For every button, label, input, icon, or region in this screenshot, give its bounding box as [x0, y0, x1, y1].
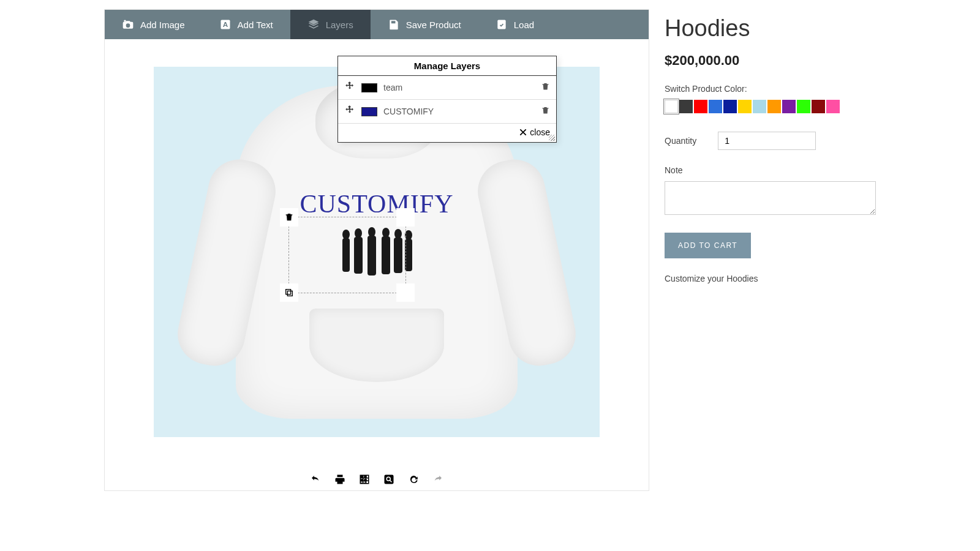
layer-name: CUSTOMIFY: [383, 107, 434, 116]
undo-icon: [310, 474, 321, 485]
color-swatch[interactable]: [723, 100, 737, 113]
camera-icon: [122, 18, 134, 31]
quantity-input[interactable]: [718, 132, 816, 150]
duplicate-icon: [284, 288, 294, 298]
color-swatch[interactable]: [753, 100, 766, 113]
layers-panel[interactable]: Manage Layers team CUSTOMIFY close: [337, 56, 557, 143]
bottom-toolbar: [105, 465, 649, 490]
load-button[interactable]: Load: [478, 10, 551, 39]
color-swatch[interactable]: [738, 100, 752, 113]
grid-button[interactable]: [359, 474, 370, 487]
selection-box[interactable]: [288, 217, 406, 293]
refresh-icon: [408, 474, 419, 485]
color-swatch[interactable]: [797, 100, 810, 113]
note-textarea[interactable]: [665, 181, 876, 215]
text-icon: A: [219, 18, 232, 31]
move-icon[interactable]: [344, 105, 355, 118]
color-swatch[interactable]: [665, 100, 678, 113]
layer-color-swatch: [361, 83, 377, 92]
redo-icon: [432, 474, 443, 485]
product-price: $200,000.00: [665, 53, 876, 69]
color-swatch[interactable]: [812, 100, 825, 113]
color-swatch[interactable]: [782, 100, 796, 113]
delete-layer-button[interactable]: [541, 81, 550, 94]
layer-name: team: [383, 83, 402, 92]
zoom-button[interactable]: [383, 474, 394, 487]
redo-button[interactable]: [432, 474, 443, 487]
layers-panel-title: Manage Layers: [338, 56, 556, 76]
move-icon[interactable]: [344, 81, 355, 94]
resize-grip[interactable]: [549, 135, 555, 141]
zoom-icon: [383, 474, 394, 485]
delete-layer-button[interactable]: [541, 105, 550, 118]
color-swatches: [665, 100, 876, 113]
layers-label: Layers: [326, 20, 353, 30]
print-button[interactable]: [334, 474, 345, 487]
print-icon: [334, 474, 345, 485]
save-icon: [388, 18, 400, 31]
close-icon: [519, 128, 527, 137]
duplicate-handle[interactable]: [280, 283, 298, 302]
switch-color-label: Switch Product Color:: [665, 84, 876, 94]
color-swatch[interactable]: [679, 100, 693, 113]
add-text-label: Add Text: [238, 20, 273, 30]
add-image-label: Add Image: [140, 20, 185, 30]
svg-rect-23: [385, 475, 394, 484]
save-product-label: Save Product: [406, 20, 461, 30]
designer-panel: Add Image A Add Text Layers Save Product…: [104, 9, 649, 491]
close-layers-button[interactable]: close: [338, 124, 556, 142]
load-label: Load: [514, 20, 534, 30]
layer-color-swatch: [361, 107, 377, 116]
resize-handle[interactable]: [396, 283, 415, 302]
add-to-cart-button[interactable]: ADD TO CART: [665, 233, 751, 258]
svg-point-0: [124, 20, 126, 22]
undo-button[interactable]: [310, 474, 321, 487]
text-layer-customify[interactable]: CUSTOMIFY: [300, 189, 454, 219]
note-label: Note: [665, 165, 876, 175]
product-description: Customize your Hoodies: [665, 274, 876, 283]
color-swatch[interactable]: [694, 100, 707, 113]
trash-icon: [284, 212, 294, 222]
product-title: Hoodies: [665, 15, 876, 42]
grid-icon: [359, 474, 370, 485]
layer-row[interactable]: CUSTOMIFY: [338, 100, 556, 124]
close-label: close: [530, 127, 550, 137]
svg-rect-17: [287, 291, 292, 296]
svg-rect-16: [286, 290, 291, 294]
add-image-button[interactable]: Add Image: [105, 10, 202, 39]
handle-tr[interactable]: [396, 208, 415, 227]
main-toolbar: Add Image A Add Text Layers Save Product…: [105, 10, 649, 39]
svg-rect-3: [497, 20, 505, 29]
trash-icon: [541, 105, 550, 116]
trash-icon: [541, 81, 550, 92]
delete-handle[interactable]: [280, 208, 298, 227]
save-product-button[interactable]: Save Product: [371, 10, 478, 39]
load-icon: [496, 18, 508, 31]
layers-button[interactable]: Layers: [290, 10, 371, 39]
reset-button[interactable]: [408, 474, 419, 487]
quantity-label: Quantity: [665, 136, 696, 146]
color-swatch[interactable]: [709, 100, 722, 113]
add-text-button[interactable]: A Add Text: [202, 10, 290, 39]
svg-text:A: A: [222, 20, 228, 28]
color-swatch[interactable]: [767, 100, 781, 113]
product-sidebar: Hoodies $200,000.00 Switch Product Color…: [665, 9, 876, 491]
layer-row[interactable]: team: [338, 76, 556, 100]
color-swatch[interactable]: [826, 100, 840, 113]
layers-icon: [307, 18, 320, 31]
